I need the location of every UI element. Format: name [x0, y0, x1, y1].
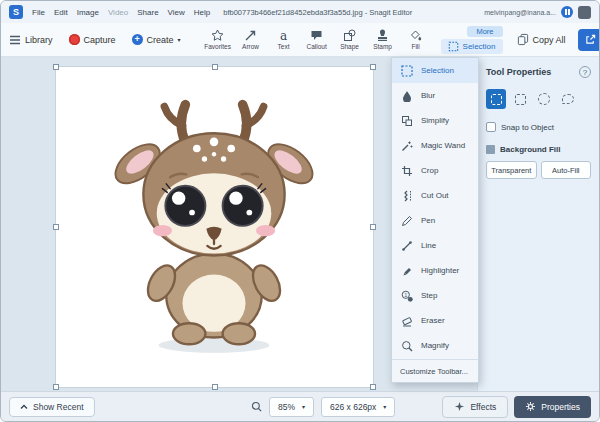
chevron-up-icon	[20, 404, 28, 410]
capture-label: Capture	[84, 35, 116, 45]
tool-shape[interactable]: Shape	[337, 29, 363, 50]
svg-text:a: a	[280, 29, 287, 42]
chevron-down-icon: ▾	[178, 36, 181, 43]
menu-item-magic-wand[interactable]: Magic Wand	[392, 133, 478, 158]
eraser-icon	[401, 315, 413, 327]
menu-item-cut-out[interactable]: Cut Out	[392, 183, 478, 208]
tool-stamp[interactable]: Stamp	[370, 29, 396, 50]
menu-edit[interactable]: Edit	[54, 8, 68, 17]
more-tools-menu: Selection Blur Simplify Magic Wand Crop …	[391, 57, 479, 383]
ellipse-selection-button[interactable]	[534, 89, 554, 109]
line-icon	[401, 240, 413, 252]
menu-item-simplify[interactable]: Simplify	[392, 108, 478, 133]
snap-to-object-label: Snap to Object	[501, 123, 554, 132]
selection-handle-s[interactable]	[212, 384, 218, 390]
menu-file[interactable]: File	[32, 8, 45, 17]
lasso-selection-button[interactable]	[558, 89, 578, 109]
main-toolbar: Library Capture + Create ▾ Favorites Arr…	[1, 23, 599, 57]
menu-item-magnify[interactable]: Magnify	[392, 333, 478, 358]
share-icon	[585, 34, 596, 45]
share-link-button[interactable]: Share Link ▾	[578, 29, 600, 51]
menu-video: Video	[108, 8, 128, 17]
snagit-editor-window: S File Edit Image Video Share View Help …	[0, 0, 600, 422]
tool-text[interactable]: a Text	[271, 29, 297, 50]
menu-item-line[interactable]: Line	[392, 233, 478, 258]
menu-item-eraser[interactable]: Eraser	[392, 308, 478, 333]
library-button[interactable]: Library	[9, 34, 53, 46]
step-icon: 1	[401, 290, 413, 302]
show-recent-button[interactable]: Show Recent	[9, 397, 95, 417]
lasso-selection-icon	[562, 94, 574, 104]
background-fill-icon	[486, 145, 495, 154]
menu-item-crop[interactable]: Crop	[392, 158, 478, 183]
menu-image[interactable]: Image	[77, 8, 99, 17]
selection-more-stack: More Selection	[441, 26, 503, 54]
account-email: melvinpang@inana.a...	[484, 9, 556, 16]
menu-item-selection[interactable]: Selection	[392, 58, 478, 83]
copy-icon	[517, 33, 529, 46]
divider	[392, 359, 478, 360]
transparent-button[interactable]: Transparent	[486, 161, 537, 179]
ellipse-selection-icon	[538, 93, 550, 105]
rounded-selection-icon	[515, 94, 526, 105]
selection-handle-w[interactable]	[53, 224, 59, 230]
create-label: Create	[147, 35, 174, 45]
selection-tool-button[interactable]: Selection	[441, 39, 503, 54]
status-bar: Show Recent 85% ▾ 626 x 626px ▾ Effects …	[1, 391, 599, 421]
help-button[interactable]: ?	[579, 66, 591, 78]
tool-callout[interactable]: Callout	[304, 29, 330, 50]
pen-icon	[401, 215, 413, 227]
capture-button[interactable]: Capture	[69, 34, 116, 45]
rect-selection-button[interactable]	[486, 89, 506, 109]
menu-item-blur[interactable]: Blur	[392, 83, 478, 108]
selection-icon	[401, 65, 413, 77]
deer-illustration	[109, 87, 319, 359]
menu-share[interactable]: Share	[137, 8, 158, 17]
image-artboard[interactable]	[56, 67, 373, 387]
drawing-tools: Favorites Arrow a Text Callout Shape Sta…	[205, 29, 429, 50]
star-icon	[211, 29, 224, 42]
create-button[interactable]: + Create ▾	[132, 34, 181, 45]
tool-favorites[interactable]: Favorites	[205, 29, 231, 50]
selection-shape-row	[486, 89, 591, 109]
shape-icon	[343, 29, 356, 42]
snap-to-object-checkbox[interactable]	[486, 122, 496, 132]
account-avatar[interactable]	[561, 6, 573, 18]
zoom-controls: 85% ▾ 626 x 626px ▾	[251, 397, 395, 417]
selection-handle-n[interactable]	[212, 64, 218, 70]
selection-handle-nw[interactable]	[53, 64, 59, 70]
menu-help[interactable]: Help	[194, 8, 210, 17]
menu-item-step[interactable]: 1 Step	[392, 283, 478, 308]
menu-view[interactable]: View	[168, 8, 185, 17]
profile-chip[interactable]	[578, 6, 591, 19]
selection-handle-sw[interactable]	[53, 384, 59, 390]
panel-toggles: Effects Properties	[442, 396, 591, 418]
selection-handle-se[interactable]	[370, 384, 376, 390]
chevron-down-icon: ▾	[302, 403, 305, 410]
selection-icon	[448, 41, 459, 52]
tool-fill[interactable]: Fill	[403, 29, 429, 50]
snagit-logo-icon[interactable]: S	[9, 5, 23, 19]
rounded-selection-button[interactable]	[510, 89, 530, 109]
selection-handle-e[interactable]	[370, 224, 376, 230]
library-icon	[9, 34, 21, 46]
svg-text:1: 1	[404, 291, 407, 297]
account-area: melvinpang@inana.a...	[484, 6, 591, 19]
canvas-size-dropdown[interactable]: 626 x 626px ▾	[321, 397, 395, 417]
menu-item-highlighter[interactable]: Highlighter	[392, 258, 478, 283]
tool-arrow[interactable]: Arrow	[238, 29, 264, 50]
rect-selection-icon	[491, 94, 502, 105]
more-button[interactable]: More	[467, 26, 502, 37]
auto-fill-button[interactable]: Auto-Fill	[541, 161, 592, 179]
effects-button[interactable]: Effects	[442, 396, 508, 418]
callout-icon	[310, 29, 323, 42]
gear-icon	[525, 401, 536, 412]
zoom-dropdown[interactable]: 85% ▾	[269, 397, 314, 417]
properties-button[interactable]: Properties	[514, 396, 591, 418]
copy-all-button[interactable]: Copy All	[517, 33, 566, 46]
magic-wand-icon	[401, 140, 413, 152]
selection-handle-ne[interactable]	[370, 64, 376, 70]
fill-icon	[409, 29, 422, 42]
customize-toolbar-item[interactable]: Customize Toolbar...	[392, 361, 478, 382]
menu-item-pen[interactable]: Pen	[392, 208, 478, 233]
